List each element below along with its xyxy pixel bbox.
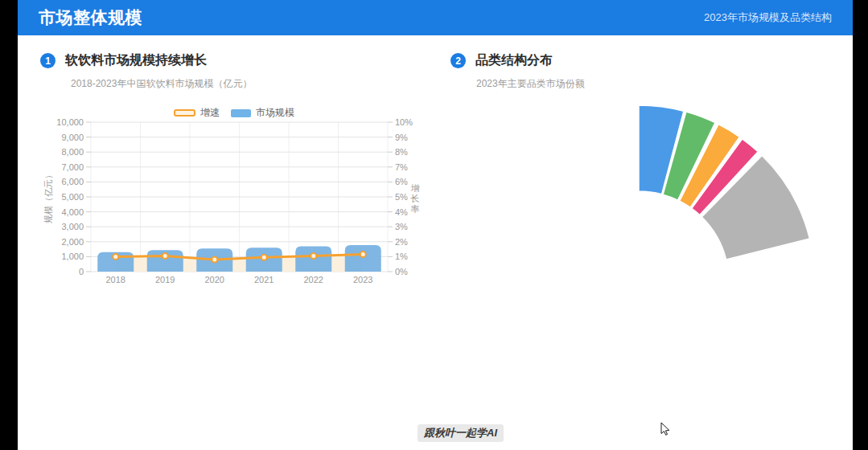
left-axis-tick-label: 2,000 [61,237,84,247]
fan-pie-chart[interactable] [639,105,809,260]
mouse-cursor-icon [661,423,669,435]
left-axis-tick-label: 1,000 [61,252,84,261]
charts-canvas: 01,0002,0003,0004,0005,0006,0007,0008,00… [0,0,868,450]
right-axis-tick-label: 0% [395,267,408,276]
left-axis-tick-label: 3,000 [61,222,84,231]
growth-point-2020[interactable] [212,257,217,263]
right-axis-tick-label: 3% [395,222,408,231]
x-axis-label: 2022 [304,275,323,284]
cursor-arrow-icon [661,423,669,435]
bar-2023[interactable] [345,245,381,272]
bar-line-chart[interactable]: 01,0002,0003,0004,0005,0006,0007,0008,00… [43,117,420,284]
left-axis-tick-label: 10,000 [56,117,84,127]
right-axis-tick-label: 8% [395,147,408,157]
right-axis-tick-label: 5% [395,192,408,202]
right-axis-tick-label: 6% [395,177,408,186]
left-axis-tick-label: 0 [79,267,84,276]
right-axis-title: 增 [411,183,420,193]
left-axis-tick-label: 7,000 [61,162,84,172]
x-axis-label: 2019 [155,275,175,284]
right-axis-title: 率 [411,204,420,214]
right-axis-tick-label: 2% [395,237,408,247]
right-axis-tick-label: 1% [395,252,408,261]
right-axis-tick-label: 9% [395,133,408,142]
pie-slice-5[interactable] [701,156,809,260]
left-axis-tick-label: 6,000 [61,177,84,186]
growth-point-2018[interactable] [113,254,118,260]
growth-point-2021[interactable] [261,255,267,260]
x-axis-label: 2021 [254,275,274,284]
right-axis-tick-label: 4% [395,207,408,217]
right-axis-tick-label: 10% [395,117,413,127]
left-axis-tick-label: 8,000 [61,147,84,157]
left-axis-tick-label: 9,000 [61,133,84,142]
growth-point-2022[interactable] [311,253,316,259]
left-axis-title: 规模（亿元） [43,170,53,223]
left-axis-tick-label: 4,000 [61,207,84,217]
growth-point-2019[interactable] [162,253,168,259]
x-axis-label: 2023 [353,275,372,284]
right-axis-title: 长 [410,194,420,203]
x-axis-label: 2020 [205,275,224,284]
x-axis-label: 2018 [106,275,125,284]
growth-point-2023[interactable] [360,252,366,257]
left-axis-tick-label: 5,000 [61,192,84,202]
watermark-badge: 跟秋叶一起学AI [418,424,504,442]
slide: 市场整体规模 2023年市场规模及品类结构 1 软饮料市场规模持续增长 2018… [0,0,868,450]
right-axis-tick-label: 7% [395,162,408,172]
